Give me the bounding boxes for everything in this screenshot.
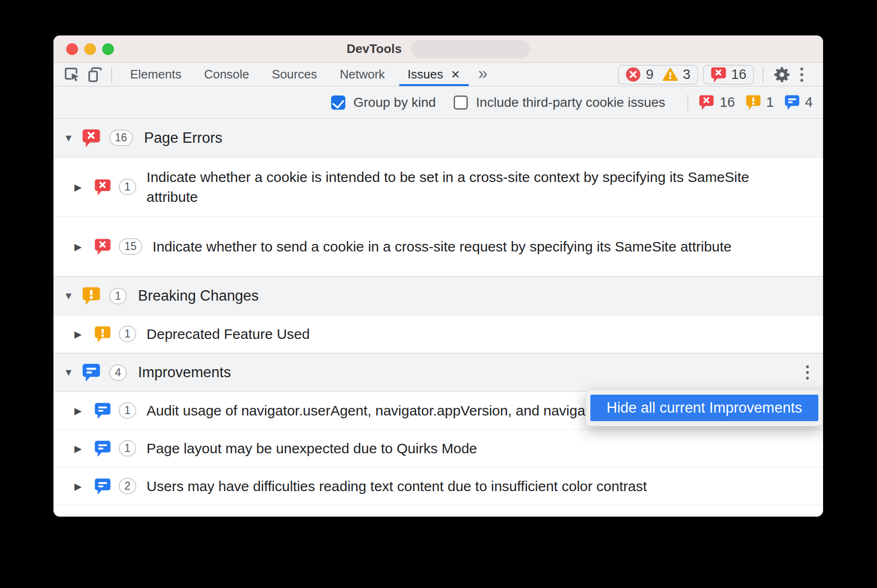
issue-title: Audit usage of navigator.userAgent, navi… — [147, 401, 656, 421]
inspect-element-icon[interactable] — [63, 65, 82, 84]
section-header-improvements[interactable]: ▼ 4 Improvements — [53, 353, 823, 392]
filter-divider — [687, 95, 688, 111]
page-errors-counter: 16 — [699, 95, 735, 110]
issue-error-bubble-icon — [94, 179, 111, 196]
close-window-button[interactable] — [66, 43, 78, 55]
issue-improvement-bubble-icon — [94, 402, 111, 419]
section-header-breaking-changes[interactable]: ▼ 1 Breaking Changes — [53, 277, 823, 315]
chevron-down-icon[interactable]: ▼ — [61, 290, 76, 302]
section-title: Improvements — [138, 364, 231, 381]
third-party-cookies-option: Include third-party cookie issues — [454, 95, 665, 110]
gear-icon[interactable] — [772, 65, 792, 85]
warning-count: 3 — [683, 67, 691, 82]
third-party-cookies-label: Include third-party cookie issues — [476, 95, 665, 110]
tab-issues[interactable]: Issues ✕ — [396, 63, 472, 86]
devtools-tab-bar: Elements Console Sources Network Issues … — [53, 63, 823, 86]
issue-title: Indicate whether a cookie is intended to… — [147, 167, 771, 207]
issue-improvement-bubble-icon — [94, 440, 111, 457]
titlebar-redacted-area — [411, 40, 530, 58]
error-circle-icon — [625, 67, 641, 82]
chevron-right-icon[interactable]: ▶ — [70, 329, 86, 340]
tab-sources[interactable]: Sources — [261, 63, 328, 86]
traffic-lights — [66, 43, 114, 55]
issue-row[interactable]: ▶ 1 Deprecated Feature Used — [53, 315, 823, 353]
improvements-context-menu: Hide all current Improvements — [586, 389, 823, 426]
issue-improvement-bubble-icon — [82, 363, 101, 382]
issues-list: ▼ 16 Page Errors ▶ 1 Indicate whether a … — [53, 119, 823, 517]
issue-row[interactable]: ▶ 1 Page layout may be unexpected due to… — [53, 430, 823, 467]
issue-warning-bubble-icon — [82, 286, 101, 305]
improvements-counter: 4 — [784, 95, 813, 110]
issue-count-badge: 1 — [119, 440, 136, 457]
issue-count-badge: 1 — [119, 402, 136, 419]
issue-row[interactable]: ▶ 1 Indicate whether a cookie is intende… — [53, 157, 823, 217]
breaking-changes-counter: 1 — [745, 95, 774, 110]
issue-title: Deprecated Feature Used — [147, 324, 310, 344]
zoom-window-button[interactable] — [102, 43, 114, 55]
tab-console[interactable]: Console — [193, 63, 260, 86]
window-title: DevTools — [347, 42, 402, 56]
device-toolbar-icon[interactable] — [86, 65, 105, 84]
section-count-badge: 1 — [109, 288, 127, 304]
issue-improvement-bubble-icon — [94, 478, 111, 495]
kebab-menu-icon[interactable] — [792, 65, 812, 85]
third-party-cookies-checkbox[interactable] — [454, 95, 468, 110]
issue-title: Page layout may be unexpected due to Qui… — [147, 439, 477, 458]
toolbar-divider — [763, 67, 763, 83]
close-icon[interactable]: ✕ — [451, 68, 460, 81]
issue-error-bubble-icon — [94, 238, 111, 255]
tab-elements[interactable]: Elements — [119, 63, 193, 86]
chevron-right-icon[interactable]: ▶ — [70, 405, 86, 416]
chevron-down-icon[interactable]: ▼ — [61, 367, 76, 378]
chevron-right-icon[interactable]: ▶ — [70, 481, 86, 492]
more-tabs-icon[interactable]: » — [478, 64, 488, 84]
title-bar: DevTools — [53, 35, 823, 63]
warning-triangle-icon — [662, 67, 678, 82]
group-by-kind-option: Group by kind — [331, 95, 436, 110]
issue-error-bubble-icon — [699, 95, 714, 110]
chevron-down-icon[interactable]: ▼ — [61, 132, 76, 144]
section-kebab-menu-icon[interactable] — [806, 365, 809, 380]
issues-count-badge[interactable]: 16 — [703, 65, 754, 85]
chevron-right-icon[interactable]: ▶ — [70, 241, 86, 252]
group-by-kind-label: Group by kind — [353, 95, 436, 110]
console-errors-warnings-badge[interactable]: 9 3 — [618, 65, 698, 85]
toolbar-divider — [111, 67, 112, 83]
issue-row[interactable]: ▶ 15 Indicate whether to send a cookie i… — [53, 217, 823, 277]
chevron-right-icon[interactable]: ▶ — [70, 182, 86, 193]
error-count: 9 — [646, 67, 653, 82]
issue-count-badge: 1 — [119, 326, 136, 342]
section-count-badge: 4 — [109, 364, 127, 381]
issue-error-bubble-icon — [710, 67, 727, 83]
tab-network[interactable]: Network — [328, 63, 396, 86]
issues-filter-bar: Group by kind Include third-party cookie… — [53, 86, 823, 119]
section-title: Page Errors — [144, 130, 222, 147]
issue-row[interactable]: ▶ 2 Users may have difficulties reading … — [53, 467, 823, 505]
issue-error-bubble-icon — [82, 129, 101, 147]
issue-count-badge: 15 — [119, 238, 142, 255]
group-by-kind-checkbox[interactable] — [331, 95, 345, 110]
issue-count-badge: 2 — [119, 478, 136, 494]
issue-title: Users may have difficulties reading text… — [147, 476, 647, 496]
issue-warning-bubble-icon — [94, 326, 111, 343]
issue-count-badge: 1 — [119, 179, 136, 195]
chevron-right-icon[interactable]: ▶ — [70, 443, 86, 454]
menu-item-hide-all-improvements[interactable]: Hide all current Improvements — [590, 395, 818, 421]
section-title: Breaking Changes — [138, 287, 259, 304]
issue-warning-bubble-icon — [745, 95, 761, 110]
devtools-window: DevTools Elements Console Sources Networ… — [53, 35, 823, 517]
issue-title: Indicate whether to send a cookie in a c… — [153, 237, 732, 257]
issue-improvement-bubble-icon — [784, 95, 800, 110]
section-header-page-errors[interactable]: ▼ 16 Page Errors — [53, 119, 823, 157]
minimize-window-button[interactable] — [84, 43, 96, 55]
section-count-badge: 16 — [109, 130, 133, 146]
issues-count: 16 — [731, 67, 746, 82]
